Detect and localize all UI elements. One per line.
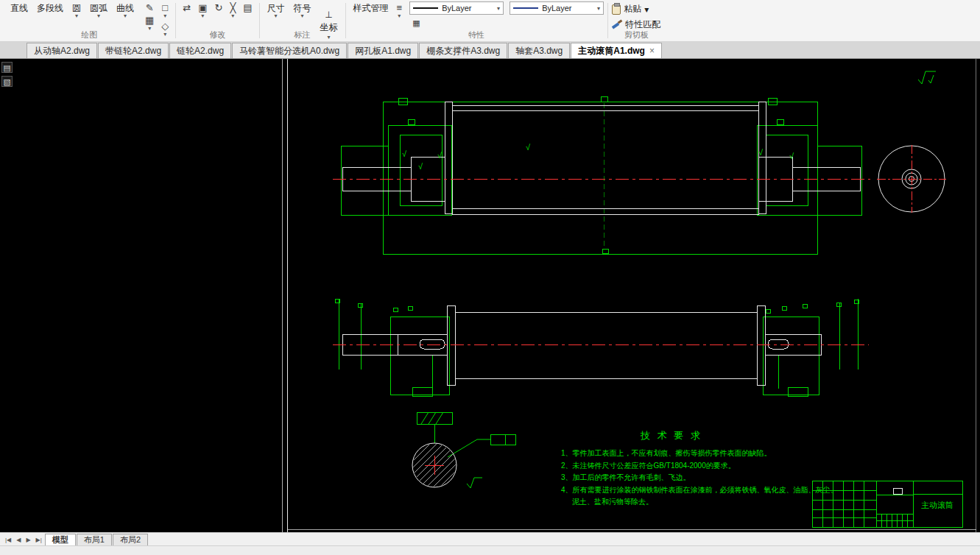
- file-tab[interactable]: 马铃薯智能分选机A0.dwg: [232, 43, 347, 58]
- ribbon: 直线 多段线 圆 ▾ 圆弧 ▾ 曲线 ▾: [0, 0, 980, 42]
- prev-tab-icon[interactable]: ◀: [14, 537, 23, 545]
- symbol-tool-label: 符号: [294, 3, 311, 13]
- spline-tool-button[interactable]: 曲线 ▾: [113, 1, 138, 19]
- file-tab[interactable]: 网孔板A1.dwg: [348, 43, 418, 58]
- tech-line: 1、零件加工表面上，不应有划痕、擦伤等损伤零件表面的缺陷。: [561, 449, 772, 457]
- note-icon[interactable]: ▤: [1, 62, 13, 73]
- canvas-side-tools: ▤ ▧: [1, 62, 13, 87]
- rotate-icon[interactable]: ↻: [212, 1, 226, 13]
- tech-requirements: 技 术 要 求 1、零件加工表面上，不应有划痕、擦伤等损伤零件表面的缺陷。 2、…: [561, 430, 838, 506]
- svg-text:√: √: [526, 143, 531, 152]
- paste-label: 粘贴: [624, 3, 641, 15]
- color-value: ByLayer: [542, 4, 571, 13]
- symbol-tool-button[interactable]: 符号 ▾: [290, 1, 315, 19]
- ribbon-group-clipboard: 粘贴 ▾ 特性匹配 剪切板: [608, 0, 664, 41]
- ribbon-group-label-annotate: 标注: [264, 30, 342, 41]
- file-tab[interactable]: 棚条支撑件A3.dwg: [419, 43, 507, 58]
- layout1-tab[interactable]: 布局1: [77, 534, 112, 545]
- dimension-tool-label: 尺寸: [267, 3, 285, 13]
- surface-finish-symbol: [918, 71, 936, 84]
- linetype-swatch: [413, 7, 438, 9]
- lineweight-icon[interactable]: ≡ ▾: [394, 1, 406, 19]
- file-tab[interactable]: 链轮A2.dwg: [169, 43, 231, 58]
- svg-text:√: √: [402, 149, 407, 158]
- chevron-down-icon: ▾: [201, 13, 204, 19]
- line-tool-label: 直线: [10, 3, 28, 13]
- cad-application: 直线 多段线 圆 ▾ 圆弧 ▾ 曲线 ▾: [0, 0, 980, 555]
- svg-text:√: √: [789, 152, 794, 160]
- ribbon-group-modify: ⇄ ▣ ▾ ↻ ╳ ▾ ▤ 修改: [176, 0, 258, 41]
- end-view: [877, 145, 946, 213]
- ribbon-group-label-clipboard: 剪切板: [612, 30, 660, 41]
- chevron-down-icon: ▾: [301, 13, 304, 19]
- chevron-down-icon: ▾: [163, 13, 166, 19]
- linetype-column: ByLayer ▾ ▦: [409, 1, 504, 28]
- chevron-down-icon: ▾: [97, 13, 100, 19]
- style-manager-button[interactable]: 样式管理: [350, 1, 392, 13]
- style-manager-label: 样式管理: [353, 3, 389, 13]
- close-icon[interactable]: ×: [649, 46, 655, 55]
- chevron-down-icon: ▾: [275, 13, 278, 19]
- tech-requirements-title: 技 术 要 求: [640, 430, 702, 441]
- move-icon[interactable]: ⇄: [180, 1, 194, 13]
- svg-text:√: √: [758, 148, 764, 157]
- tech-line: 泥土、盐和污物等除去。: [572, 498, 653, 506]
- chevron-down-icon: ▾: [497, 5, 500, 12]
- ribbon-group-properties: 样式管理 ≡ ▾ ByLayer ▾ ▦: [346, 0, 608, 41]
- polyline-tool-button[interactable]: 多段线: [33, 1, 67, 13]
- hatch-pattern-icon[interactable]: ▦: [409, 16, 423, 28]
- chevron-down-icon: ▾: [398, 13, 401, 19]
- rectangle-icon[interactable]: □ ▾: [158, 1, 172, 19]
- ribbon-group-annotate: 尺寸 ▾ 符号 ▾ ⊥ 坐标 ▾ 标注: [260, 0, 345, 41]
- arc-tool-button[interactable]: 圆弧 ▾: [86, 1, 111, 19]
- ribbon-group-draw: 直线 多段线 圆 ▾ 圆弧 ▾ 曲线 ▾: [3, 0, 175, 41]
- linetype-select[interactable]: ByLayer ▾: [409, 1, 504, 15]
- file-tab-bar: 从动轴A2.dwg 带链轮A2.dwg 链轮A2.dwg 马铃薯智能分选机A0.…: [0, 42, 980, 59]
- tech-line: 2、未注铸件尺寸公差应符合GB/T1804-2000的要求。: [561, 462, 736, 470]
- section-detail: [382, 412, 515, 492]
- trim-icon[interactable]: ╳ ▾: [227, 1, 239, 19]
- match-properties-label: 特性匹配: [625, 18, 660, 31]
- color-swatch: [513, 7, 538, 9]
- drawing-canvas[interactable]: ▤ ▧: [0, 59, 980, 532]
- svg-text:√: √: [418, 162, 423, 171]
- chevron-down-icon: ▾: [597, 5, 600, 12]
- sketch-icon[interactable]: ✎: [142, 1, 157, 13]
- first-tab-icon[interactable]: |◀: [3, 537, 13, 545]
- layout2-tab[interactable]: 布局2: [113, 534, 148, 545]
- chevron-down-icon: ▾: [231, 13, 234, 19]
- model-tab[interactable]: 模型: [45, 534, 76, 545]
- color-select[interactable]: ByLayer ▾: [510, 1, 604, 15]
- file-tab-active[interactable]: 主动滚筒A1.dwg ×: [571, 43, 662, 58]
- tech-line: 4、所有需要进行涂装的钢铁制件表面在涂漆前，必须将铁锈、氧化皮、油脂、灰尘、: [561, 486, 838, 494]
- file-tab[interactable]: 轴套A3.dwg: [508, 43, 570, 58]
- roughness-marks: √ √ √ √ √ √: [402, 143, 794, 171]
- ribbon-group-label-modify: 修改: [180, 30, 255, 41]
- chevron-down-icon: ▾: [75, 13, 78, 19]
- ribbon-group-label-properties: 特性: [350, 30, 604, 41]
- svg-text:√: √: [437, 151, 443, 160]
- status-bar: [0, 545, 980, 555]
- paste-button[interactable]: 粘贴 ▾: [612, 3, 660, 15]
- file-tab[interactable]: 带链轮A2.dwg: [98, 43, 169, 58]
- hatch-icon[interactable]: ▦ ▾: [142, 14, 157, 32]
- tech-line: 3、加工后的零件不允许有毛刺、飞边。: [561, 473, 691, 481]
- linetype-value: ByLayer: [442, 4, 471, 13]
- array-icon[interactable]: ▤: [240, 1, 255, 13]
- chevron-down-icon: ▾: [124, 13, 127, 19]
- next-tab-icon[interactable]: ▶: [24, 537, 32, 545]
- book-icon[interactable]: ▧: [1, 76, 13, 87]
- last-tab-icon[interactable]: ▶|: [34, 537, 44, 545]
- polyline-tool-label: 多段线: [37, 3, 63, 13]
- arc-tool-label: 圆弧: [90, 3, 107, 13]
- title-block-part-name: 主动滚筒: [921, 501, 953, 509]
- dimension-tool-button[interactable]: 尺寸 ▾: [264, 1, 289, 19]
- chevron-down-icon: ▾: [644, 4, 649, 15]
- layout-tab-bar: |◀ ◀ ▶ ▶| 模型 布局1 布局2: [0, 532, 980, 545]
- match-properties-button[interactable]: 特性匹配: [612, 18, 660, 31]
- copy-icon[interactable]: ▣ ▾: [195, 1, 210, 19]
- line-tool-button[interactable]: 直线: [7, 1, 32, 13]
- cad-drawing: √ √ √ √ √ √: [0, 59, 980, 532]
- file-tab[interactable]: 从动轴A2.dwg: [27, 43, 97, 58]
- circle-tool-button[interactable]: 圆 ▾: [68, 1, 85, 19]
